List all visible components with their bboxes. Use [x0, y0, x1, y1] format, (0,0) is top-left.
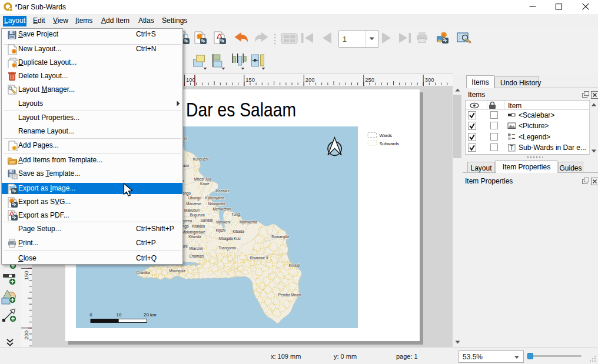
svg-text:Kimbiji: Kimbiji — [289, 263, 300, 268]
svg-text:nga: nga — [182, 223, 189, 228]
svg-text:100: 100 — [186, 76, 195, 83]
svg-text:Makangarawe: Makangarawe — [182, 229, 205, 234]
svg-text:Mjimwema: Mjimwema — [240, 219, 258, 224]
svg-text:Kunduchi: Kunduchi — [193, 156, 208, 161]
svg-text:azo: azo — [183, 163, 190, 167]
svg-text:Somangila: Somangila — [271, 234, 289, 239]
svg-text:250: 250 — [365, 76, 374, 83]
svg-text:200: 200 — [23, 330, 29, 340]
svg-text:200: 200 — [305, 76, 315, 83]
svg-text:300: 300 — [425, 76, 434, 83]
svg-text:10: 10 — [117, 312, 122, 317]
svg-text:Toangoma: Toangoma — [218, 245, 236, 250]
svg-text:Kijitonyama: Kijitonyama — [205, 195, 225, 200]
svg-text:gerea: gerea — [182, 218, 192, 223]
svg-text:Chamazi: Chamazi — [190, 253, 204, 258]
svg-text:Kawe: Kawe — [200, 181, 210, 185]
svg-text:Kisarawe II: Kisarawe II — [250, 255, 268, 259]
svg-text:1: 1 — [343, 35, 347, 44]
svg-text:Vijibweni: Vijibweni — [216, 219, 231, 224]
svg-text:150: 150 — [245, 76, 255, 83]
svg-text:Makuburi: Makuburi — [184, 208, 200, 212]
svg-text:Manzese: Manzese — [186, 201, 201, 205]
svg-text:ni: ni — [184, 136, 187, 140]
svg-text:ongo: ongo — [182, 191, 191, 195]
svg-text:150: 150 — [23, 271, 29, 280]
svg-text:Mbagala Kuu: Mbagala Kuu — [218, 236, 241, 241]
svg-text:Buguruni: Buguruni — [190, 212, 204, 217]
svg-text:Msongola: Msongola — [169, 268, 185, 273]
svg-text:Tungi: Tungi — [231, 212, 241, 216]
svg-text:Mianzini: Mianzini — [189, 246, 202, 250]
svg-text:Sandali: Sandali — [200, 218, 212, 222]
svg-text:Ubungo: Ubungo — [188, 195, 202, 200]
svg-text:Chanika: Chanika — [136, 270, 150, 274]
svg-text:Pemba Mnazi: Pemba Mnazi — [278, 292, 301, 296]
svg-text:0: 0 — [89, 312, 92, 317]
svg-text:20 km: 20 km — [144, 312, 157, 317]
svg-text:Kibada: Kibada — [232, 229, 244, 233]
svg-text:T: T — [510, 145, 513, 151]
svg-text:Msasani: Msasani — [215, 188, 229, 192]
svg-text:Kitunda: Kitunda — [188, 234, 201, 238]
svg-text:Wards: Wards — [380, 133, 393, 138]
svg-text:Mbezi Juu: Mbezi Juu — [194, 176, 211, 181]
svg-text:Mchikichini: Mchikichini — [213, 206, 231, 211]
svg-text:Ndugumbi: Ndugumbi — [208, 201, 225, 206]
svg-text:Subwards: Subwards — [380, 141, 400, 146]
svg-text:Kijichi: Kijichi — [216, 228, 225, 232]
svg-text:Kilakala: Kilakala — [192, 223, 205, 228]
